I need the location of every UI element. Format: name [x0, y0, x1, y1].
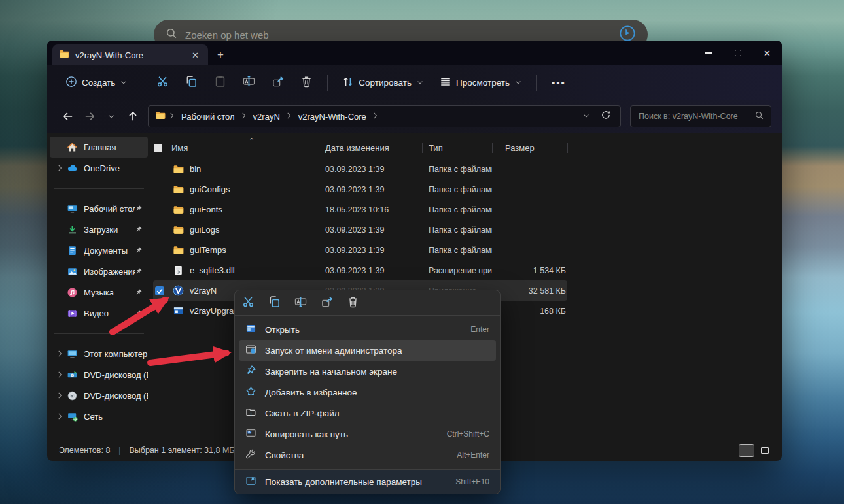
- file-row-guitemps[interactable]: guiTemps03.09.2023 1:39Папка с файлами: [153, 240, 567, 260]
- sidebar-item-label: DVD-дисковод (E:): [84, 391, 148, 401]
- file-row-e-sqlite3-dll[interactable]: e_sqlite3.dll03.09.2023 1:39Расширение п…: [153, 260, 567, 280]
- command-bar: Создать Сортировать Просмотреть •••: [47, 65, 782, 100]
- forward-button[interactable]: [79, 106, 99, 127]
- breadcrumb-segment[interactable]: Рабочий стол: [179, 110, 237, 123]
- sidebar-item-dvd-дисковод-e-[interactable]: DVD-дисковод (E:): [50, 385, 148, 406]
- sidebar-item-загрузки[interactable]: Загрузки: [50, 219, 148, 240]
- file-name: guiLogs: [190, 225, 220, 235]
- menu-item-2[interactable]: Закрепить на начальном экране: [239, 361, 496, 382]
- search-input[interactable]: [637, 111, 750, 122]
- sidebar-item-dvd-дисковод-d-[interactable]: DVD-дисковод (D:): [50, 364, 148, 385]
- chevron-right-icon[interactable]: [55, 392, 65, 399]
- status-divider: |: [118, 446, 120, 455]
- cut-button[interactable]: [239, 293, 257, 312]
- sidebar-item-изображения[interactable]: Изображения: [50, 261, 148, 282]
- context-menu-icon-strip: [235, 290, 500, 316]
- search-icon: [754, 110, 764, 123]
- sidebar-item-onedrive[interactable]: OneDrive: [50, 158, 148, 178]
- tab-close-icon[interactable]: ✕: [189, 50, 202, 60]
- file-row-guifonts[interactable]: guiFonts18.05.2023 10:16Папка с файлами: [153, 199, 567, 220]
- close-button[interactable]: ✕: [752, 41, 782, 65]
- recent-locations-button[interactable]: [101, 106, 121, 127]
- file-row-guilogs[interactable]: guiLogs03.09.2023 1:39Папка с файлами: [153, 220, 567, 240]
- menu-item-shortcut: Enter: [470, 325, 489, 334]
- sidebar-item-рабочий-стол[interactable]: Рабочий стол: [50, 198, 148, 219]
- sidebar-item-видео[interactable]: Видео: [50, 303, 148, 324]
- sidebar-item-главная[interactable]: Главная: [50, 137, 148, 158]
- new-button[interactable]: Создать: [59, 71, 134, 95]
- menu-item-3[interactable]: Добавить в избранное: [239, 382, 496, 403]
- copy-button[interactable]: [265, 293, 283, 312]
- cut-button[interactable]: [148, 71, 177, 95]
- menu-item-0[interactable]: ОткрытьEnter: [239, 319, 496, 340]
- breadcrumb-segment[interactable]: v2rayN-With-Core: [296, 110, 369, 123]
- breadcrumb-segment[interactable]: v2rayN: [251, 110, 283, 123]
- column-divider[interactable]: [492, 143, 493, 153]
- sidebar-item-музыка[interactable]: Музыка: [50, 282, 148, 303]
- column-divider[interactable]: [422, 143, 423, 153]
- rename-button[interactable]: [234, 71, 263, 95]
- thumbnail-view-toggle[interactable]: [757, 444, 773, 457]
- address-dropdown-icon[interactable]: [582, 110, 590, 122]
- column-header-name[interactable]: Имя: [153, 143, 319, 153]
- delete-button[interactable]: [343, 293, 362, 312]
- chevron-right-icon[interactable]: [55, 350, 65, 358]
- menu-item-label: Показать дополнительные параметры: [265, 477, 422, 487]
- sidebar-item-label: Сеть: [84, 412, 148, 422]
- chevron-right-icon[interactable]: [55, 164, 65, 172]
- rename-button[interactable]: [291, 293, 309, 312]
- run-admin-icon: [245, 344, 256, 358]
- breadcrumb[interactable]: Рабочий столv2rayNv2rayN-With-Core: [148, 105, 621, 127]
- up-button[interactable]: [122, 106, 143, 127]
- file-type: Папка с файлами: [422, 226, 492, 235]
- checked-checkbox[interactable]: [154, 286, 165, 296]
- pin-icon: [135, 205, 143, 212]
- details-view-toggle[interactable]: [739, 444, 754, 457]
- column-header-label: Тип: [429, 143, 443, 153]
- new-tab-button[interactable]: +: [208, 44, 233, 65]
- documents-icon: [65, 245, 79, 256]
- file-row-guiconfigs[interactable]: guiConfigs03.09.2023 1:39Папка с файлами: [153, 179, 567, 199]
- menu-item-4[interactable]: Сжать в ZIP-файл: [239, 403, 496, 424]
- pin-icon: [135, 288, 143, 296]
- select-all-checkbox[interactable]: [153, 143, 163, 153]
- sidebar-item-сеть[interactable]: Сеть: [50, 406, 148, 427]
- menu-item-6[interactable]: СвойстваAlt+Enter: [239, 445, 496, 465]
- column-divider[interactable]: [567, 143, 568, 153]
- delete-button[interactable]: [292, 71, 321, 95]
- toolbar-divider: [536, 75, 537, 91]
- more-options-button[interactable]: •••: [544, 77, 574, 88]
- sidebar-item-документы[interactable]: Документы: [50, 240, 148, 261]
- menu-item-1[interactable]: Запуск от имени администратора: [239, 340, 496, 361]
- back-button[interactable]: [58, 106, 78, 127]
- pin-icon: [135, 309, 143, 317]
- maximize-button[interactable]: [723, 41, 752, 65]
- breadcrumb-chevron-icon: [240, 110, 248, 122]
- refresh-icon[interactable]: [601, 110, 611, 123]
- menu-item-5[interactable]: Копировать как путьCtrl+Shift+C: [239, 424, 496, 445]
- column-header-size[interactable]: Размер: [492, 143, 567, 153]
- column-header-type[interactable]: Тип: [422, 143, 492, 153]
- cut-icon: [156, 75, 169, 90]
- copy-path-icon: [245, 428, 256, 441]
- share-button[interactable]: [317, 293, 336, 312]
- chevron-right-icon[interactable]: [55, 371, 65, 378]
- paste-button[interactable]: [205, 71, 234, 95]
- share-button[interactable]: [263, 71, 292, 95]
- column-header-label: Имя: [171, 143, 188, 153]
- menu-item-label: Добавить в избранное: [265, 388, 357, 397]
- column-divider[interactable]: [319, 143, 319, 153]
- file-row-bin[interactable]: bin03.09.2023 1:39Папка с файлами: [153, 159, 567, 179]
- chevron-right-icon[interactable]: [55, 412, 65, 420]
- sort-button[interactable]: Сортировать: [334, 71, 432, 95]
- copy-button[interactable]: [177, 71, 205, 95]
- minimize-button[interactable]: [694, 41, 723, 65]
- column-header-date[interactable]: Дата изменения: [319, 143, 422, 153]
- sidebar-item-этот-компьютер[interactable]: Этот компьютер: [50, 343, 148, 364]
- zip-icon: [245, 407, 256, 420]
- menu-item-7[interactable]: Показать дополнительные параметрыShift+F…: [235, 469, 500, 494]
- tab-v2rayn-with-core[interactable]: v2rayN-With-Core ✕: [52, 44, 208, 65]
- view-button[interactable]: Просмотреть: [432, 71, 530, 95]
- search-box[interactable]: [630, 105, 771, 127]
- context-menu: ОткрытьEnterЗапуск от имени администрато…: [234, 290, 501, 494]
